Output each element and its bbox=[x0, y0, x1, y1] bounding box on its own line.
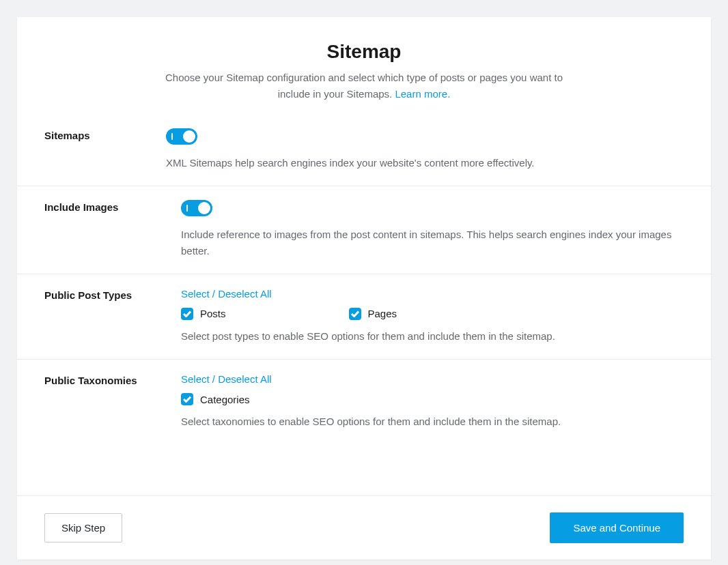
skip-step-button[interactable]: Skip Step bbox=[44, 513, 122, 542]
select-all-post-types[interactable]: Select / Deselect All bbox=[181, 288, 684, 300]
learn-more-link[interactable]: Learn more. bbox=[395, 88, 450, 100]
save-and-continue-button[interactable]: Save and Continue bbox=[550, 512, 684, 543]
desc-public-post-types: Select post types to enable SEO options … bbox=[181, 328, 684, 344]
page-subtitle: Choose your Sitemap configuration and se… bbox=[163, 70, 565, 102]
sitemap-card: Sitemap Choose your Sitemap configuratio… bbox=[17, 17, 711, 560]
settings-body: Sitemaps XML Sitemaps help search engine… bbox=[17, 121, 711, 465]
checks-taxonomies: Categories bbox=[181, 393, 684, 405]
check-pages[interactable]: Pages bbox=[349, 308, 397, 320]
value-public-post-types: Select / Deselect All Posts Pages Select… bbox=[181, 288, 684, 344]
row-sitemaps: Sitemaps XML Sitemaps help search engine… bbox=[17, 121, 711, 186]
row-include-images: Include Images Include reference to imag… bbox=[17, 186, 711, 274]
label-include-images: Include Images bbox=[44, 200, 181, 259]
checkbox-icon bbox=[181, 308, 193, 320]
value-include-images: Include reference to images from the pos… bbox=[181, 200, 684, 259]
checkbox-icon bbox=[349, 308, 361, 320]
toggle-include-images[interactable] bbox=[181, 200, 212, 216]
check-posts[interactable]: Posts bbox=[181, 308, 226, 320]
label-public-taxonomies: Public Taxonomies bbox=[44, 373, 181, 429]
page-title: Sitemap bbox=[44, 41, 684, 63]
toggle-sitemaps[interactable] bbox=[166, 128, 197, 145]
check-categories[interactable]: Categories bbox=[181, 393, 250, 405]
select-all-taxonomies[interactable]: Select / Deselect All bbox=[181, 373, 684, 385]
check-label-categories: Categories bbox=[200, 394, 250, 405]
desc-sitemaps: XML Sitemaps help search engines index y… bbox=[166, 155, 684, 171]
checks-post-types: Posts Pages bbox=[181, 308, 684, 320]
footer: Skip Step Save and Continue bbox=[17, 495, 711, 560]
check-label-pages: Pages bbox=[368, 308, 397, 319]
row-public-post-types: Public Post Types Select / Deselect All … bbox=[17, 274, 711, 359]
subtitle-text: Choose your Sitemap configuration and se… bbox=[165, 72, 563, 100]
desc-public-taxonomies: Select taxonomies to enable SEO options … bbox=[181, 414, 684, 429]
header: Sitemap Choose your Sitemap configuratio… bbox=[17, 17, 711, 121]
value-public-taxonomies: Select / Deselect All Categories Select … bbox=[181, 373, 684, 429]
value-sitemaps: XML Sitemaps help search engines index y… bbox=[181, 128, 684, 171]
label-sitemaps: Sitemaps bbox=[44, 128, 181, 171]
check-label-posts: Posts bbox=[200, 308, 226, 319]
row-public-taxonomies: Public Taxonomies Select / Deselect All … bbox=[17, 359, 711, 444]
desc-include-images: Include reference to images from the pos… bbox=[181, 227, 684, 259]
checkbox-icon bbox=[181, 393, 193, 405]
label-public-post-types: Public Post Types bbox=[44, 288, 181, 344]
